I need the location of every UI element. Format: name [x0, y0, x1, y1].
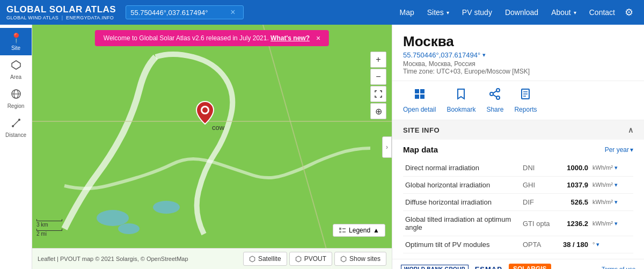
open-detail-label: Open detail: [403, 106, 436, 113]
svg-point-8: [118, 223, 140, 234]
sidebar-item-region-label: Region: [8, 103, 25, 109]
panel-actions: Open detail Bookmark: [392, 81, 644, 120]
per-year-dropdown[interactable]: Per year ▾: [605, 146, 633, 154]
satellite-button[interactable]: ⬡ Satellite: [243, 252, 287, 266]
search-input[interactable]: [130, 9, 227, 17]
sidebar-item-area[interactable]: Area: [0, 55, 32, 84]
row-value: 38 / 180: [553, 236, 590, 253]
bookmark-label: Bookmark: [447, 106, 475, 113]
map-data-header: Map data Per year ▾: [403, 145, 633, 154]
show-sites-icon: ⬡: [340, 255, 347, 263]
pvout-button[interactable]: ⬡ PVOUT: [289, 252, 332, 266]
search-bar[interactable]: ×: [126, 5, 244, 19]
sidebar-item-region[interactable]: Region: [0, 84, 32, 113]
table-row: Diffuse horizontal irradiation DIF 526.5…: [403, 194, 633, 211]
scale-label-km: 3 km: [36, 222, 62, 228]
nav-pv-study[interactable]: PV study: [457, 5, 497, 20]
data-table: Direct normal irradiation DNI 1000.0 kWh…: [403, 159, 633, 253]
map-controls: + − ⊕: [370, 52, 386, 119]
region-icon: [11, 89, 21, 102]
svg-point-7: [97, 210, 129, 226]
about-chevron-icon: ▾: [574, 10, 576, 16]
unit-dropdown[interactable]: ▾: [614, 199, 618, 205]
logo-sub: GLOBAL WIND ATLAS | ENERGYDATA.INFO: [6, 15, 116, 20]
map-bottom-bar: Leaflet | PVOUT map © 2021 Solargis, © O…: [32, 248, 392, 269]
nav-sites[interactable]: Sites ▾: [422, 5, 455, 20]
zoom-out-button[interactable]: −: [370, 69, 386, 85]
zoom-in-button[interactable]: +: [370, 52, 386, 68]
map-area[interactable]: Welcome to Global Solar Atlas v2.6 relea…: [32, 25, 392, 269]
sidebar-item-site[interactable]: 📍 Site: [0, 28, 32, 55]
bookmark-action[interactable]: Bookmark: [447, 88, 475, 113]
settings-button[interactable]: ⚙: [620, 4, 638, 21]
row-label: Diffuse horizontal irradiation: [403, 194, 521, 211]
svg-rect-19: [420, 94, 425, 99]
coords-edit-icon[interactable]: ▾: [482, 52, 486, 59]
svg-rect-13: [339, 231, 341, 233]
reports-label: Reports: [514, 106, 537, 113]
map-data-section: Map data Per year ▾ Direct normal irradi…: [392, 140, 644, 259]
row-unit: kWh/m² ▾: [590, 159, 633, 177]
search-clear-button[interactable]: ×: [230, 8, 235, 17]
terms-of-use-link[interactable]: Terms of use: [602, 266, 635, 269]
site-info-header: SITE INFO ∧: [392, 120, 644, 140]
unit-dropdown[interactable]: ▾: [596, 241, 599, 248]
unit-dropdown[interactable]: ▾: [614, 220, 618, 227]
sidebar-item-area-label: Area: [10, 74, 21, 80]
row-abbr: DNI: [521, 159, 553, 177]
pvout-icon: ⬡: [295, 255, 302, 263]
main-layout: 📍 Site Area Region: [0, 25, 644, 269]
svg-line-23: [493, 91, 497, 93]
sidebar-item-distance[interactable]: Distance: [0, 113, 32, 142]
row-abbr: DIF: [521, 194, 553, 211]
panel-coords: 55.750446°,037.617494° ▾: [403, 51, 633, 59]
row-value: 1037.9: [553, 177, 590, 194]
panel-location: Москва, Москва, Россия: [403, 60, 633, 68]
panel-collapse-button[interactable]: ›: [382, 136, 392, 158]
svg-rect-18: [415, 94, 419, 99]
row-abbr: GTI opta: [521, 211, 553, 236]
header: GLOBAL SOLAR ATLAS GLOBAL WIND ATLAS | E…: [0, 0, 644, 25]
show-sites-button[interactable]: ⬡ Show sites: [334, 252, 386, 266]
notification-bar: Welcome to Global Solar Atlas v2.6 relea…: [95, 30, 329, 46]
unit-dropdown[interactable]: ▾: [614, 164, 618, 171]
site-icon: 📍: [10, 32, 22, 44]
share-action[interactable]: Share: [486, 88, 503, 113]
nav-download[interactable]: Download: [500, 5, 544, 20]
row-abbr: OPTA: [521, 236, 553, 253]
site-info-collapse-icon[interactable]: ∧: [628, 126, 634, 134]
reports-action[interactable]: Reports: [514, 88, 537, 113]
svg-point-6: [18, 119, 20, 121]
svg-rect-16: [415, 89, 419, 93]
panel-header: Москва 55.750446°,037.617494° ▾ Москва, …: [392, 25, 644, 81]
row-label: Global horizontal irradiation: [403, 177, 521, 194]
unit-dropdown[interactable]: ▾: [614, 181, 618, 188]
locate-button[interactable]: ⊕: [370, 103, 386, 119]
table-row: Global horizontal irradiation GHI 1037.9…: [403, 177, 633, 194]
sidebar-item-site-label: Site: [11, 45, 20, 51]
main-nav: Map Sites ▾ PV study Download About ▾ Co…: [394, 5, 621, 20]
nav-map[interactable]: Map: [394, 5, 420, 20]
nav-about[interactable]: About ▾: [546, 5, 582, 20]
open-detail-action[interactable]: Open detail: [403, 88, 436, 113]
notification-close-button[interactable]: ×: [316, 34, 320, 42]
row-label: Global tilted irradiation at optimum ang…: [403, 211, 521, 236]
svg-line-4: [13, 120, 19, 126]
logo-main: GLOBAL SOLAR ATLAS: [6, 4, 116, 15]
row-value: 1000.0: [553, 159, 590, 177]
bookmark-icon: [455, 88, 467, 104]
city-name: Москва: [403, 33, 633, 50]
satellite-label: Satellite: [258, 255, 281, 263]
fullscreen-button[interactable]: [370, 86, 386, 102]
notification-link[interactable]: What's new?: [270, 34, 310, 42]
nav-contact[interactable]: Contact: [584, 5, 620, 20]
satellite-icon: ⬡: [249, 255, 255, 263]
map-scale: 3 km 2 mi: [36, 219, 62, 237]
share-label: Share: [486, 106, 503, 113]
row-unit: kWh/m² ▾: [590, 211, 633, 236]
solargis-logo: SOLARGIS: [509, 264, 551, 269]
row-label: Optimum tilt of PV modules: [403, 236, 521, 253]
legend-button[interactable]: Legend ▲: [333, 224, 385, 237]
row-value: 1236.2: [553, 211, 590, 236]
row-unit: kWh/m² ▾: [590, 177, 633, 194]
